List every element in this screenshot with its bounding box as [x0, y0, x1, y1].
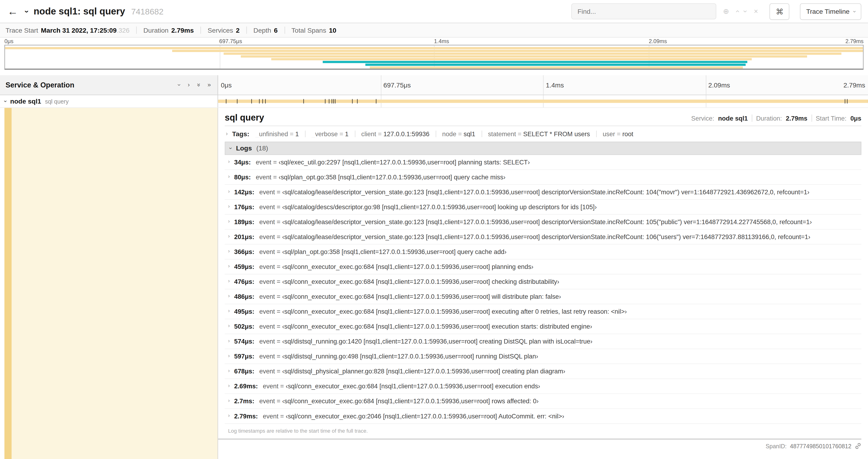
tick-label: 697.75μs [380, 81, 411, 89]
trace-header: ← › node sql1: sql query 7418682 ⊕ › › ×… [0, 0, 868, 23]
log-row[interactable]: ›189μs:event = ‹sql/catalog/lease/descri… [225, 215, 861, 230]
chevron-right-icon: › [228, 294, 229, 299]
service-operation-label: Service & Operation [6, 81, 171, 89]
log-event-tick [847, 99, 847, 104]
span-bar[interactable] [218, 100, 868, 103]
log-row[interactable]: ›597μs:event = ‹sql/distsql_running.go:4… [225, 349, 861, 364]
tags-row[interactable]: › Tags: _unfinished = 1_verbose = 1clien… [225, 130, 861, 138]
service-operation-header: Service & Operation › › » » [0, 75, 218, 95]
log-row[interactable]: ›176μs:event = ‹sql/catalog/descs/descri… [225, 200, 861, 215]
log-timestamp: 189μs: [234, 218, 254, 226]
logs-section: › Logs (18) ›34μs:event = ‹sql/exec_util… [225, 141, 861, 439]
trace-minimap[interactable]: 0μs697.75μs1.4ms2.09ms2.79ms [0, 38, 868, 70]
service-name: node sql1 [10, 97, 41, 105]
span-row[interactable]: › node sql1 sql query [0, 95, 868, 108]
log-event-tick [376, 99, 377, 104]
tag-item: _verbose = 1 [305, 131, 349, 137]
chevron-down-icon: › [228, 147, 234, 149]
log-event-tick [329, 99, 330, 104]
chevron-right-icon: › [228, 159, 229, 164]
logs-header[interactable]: › Logs (18) [225, 141, 861, 155]
chevron-right-icon: › [228, 354, 229, 358]
log-row[interactable]: ›502μs:event = ‹sql/conn_executor_exec.g… [225, 319, 861, 334]
log-row[interactable]: ›459μs:event = ‹sql/conn_executor_exec.g… [225, 260, 861, 274]
log-event-tick [845, 99, 845, 104]
span-row-track[interactable] [218, 95, 868, 107]
log-row[interactable]: ›2.7ms:event = ‹sql/conn_executor_exec.g… [225, 394, 861, 409]
log-message: event = ‹sql/catalog/lease/descriptor_ve… [259, 188, 809, 196]
log-event-tick [226, 99, 226, 104]
locate-icon[interactable]: ⊕ [723, 7, 729, 15]
summary-services: Services 2 [201, 26, 246, 34]
summary-value-fraction: .326 [117, 26, 129, 34]
expand-one-icon[interactable]: › [188, 82, 190, 88]
log-row[interactable]: ›486μs:event = ‹sql/conn_executor_exec.g… [225, 289, 861, 304]
summary-label: Services [208, 26, 233, 34]
summary-trace-start: Trace Start March 31 2022, 17:25:09.326 [6, 26, 136, 34]
trace-view-selector[interactable]: Trace Timeline › [800, 3, 861, 20]
log-row[interactable]: ›2.79ms:event = ‹sql/conn_executor_exec.… [225, 409, 861, 424]
span-detail-meta: Service: node sql1 Duration: 2.79ms Star… [691, 114, 861, 122]
summary-depth: Depth 6 [247, 26, 284, 34]
log-row[interactable]: ›495μs:event = ‹sql/conn_executor_exec.g… [225, 304, 861, 319]
clear-search-icon[interactable]: × [754, 7, 758, 15]
log-timestamp: 486μs: [234, 293, 254, 300]
gutter-margin [0, 108, 4, 459]
summary-value: 2 [236, 26, 240, 34]
tick-label: 2.79ms [845, 38, 864, 44]
trace-collapse-chevron-icon[interactable]: › [23, 10, 31, 12]
timeline-ticks: 0μs697.75μs1.4ms2.09ms2.79ms [218, 75, 868, 95]
log-row[interactable]: ›2.69ms:event = ‹sql/conn_executor_exec.… [225, 379, 861, 394]
back-button[interactable]: ← [4, 5, 21, 18]
minimap-span [322, 61, 747, 63]
span-name-cell[interactable]: › node sql1 sql query [0, 95, 218, 107]
log-message: event = ‹sql/conn_executor_exec.go:684 [… [259, 263, 533, 270]
log-row[interactable]: ›476μs:event = ‹sql/conn_executor_exec.g… [225, 274, 861, 289]
timeline-header: Service & Operation › › » » 0μs697.75μs1… [0, 75, 868, 95]
log-message: event = ‹sql/plan_opt.go:358 [nsql1,clie… [259, 248, 506, 256]
expand-all-icon[interactable]: » [208, 82, 211, 88]
log-row[interactable]: ›574μs:event = ‹sql/distsql_running.go:1… [225, 334, 861, 349]
summary-value: 6 [274, 26, 278, 34]
log-message: event = ‹sql/distsql_physical_planner.go… [259, 367, 565, 375]
log-message: event = ‹sql/conn_executor_exec.go:684 [… [259, 293, 561, 300]
log-event-tick [331, 99, 332, 104]
divider [225, 126, 861, 126]
tick-label: 1.4ms [434, 38, 449, 44]
prev-result-icon[interactable]: › [733, 10, 741, 12]
collapse-all-icon[interactable]: › [177, 84, 183, 86]
collapse-deep-icon[interactable]: » [195, 83, 202, 87]
log-message: event = ‹sql/catalog/lease/descriptor_ve… [259, 218, 812, 226]
minimap-span [365, 64, 745, 66]
summary-label: Total Spans [291, 26, 326, 34]
link-icon[interactable] [855, 443, 861, 449]
log-timestamp: 2.69ms: [234, 382, 258, 390]
log-row[interactable]: ›201μs:event = ‹sql/catalog/lease/descri… [225, 230, 861, 245]
chevron-down-icon[interactable]: › [3, 100, 8, 102]
span-detail-title-row: sql query Service: node sql1 Duration: 2… [225, 113, 861, 123]
log-timestamp: 574μs: [234, 337, 254, 345]
keyboard-shortcuts-button[interactable]: ⌘ [770, 3, 789, 20]
tick-label: 0μs [218, 81, 232, 89]
log-event-tick [303, 99, 304, 104]
log-event-tick [265, 99, 265, 104]
log-row[interactable]: ›34μs:event = ‹sql/exec_util.go:2297 [ns… [225, 155, 861, 170]
minimap-canvas[interactable] [4, 45, 864, 70]
tag-item: user = root [596, 131, 633, 137]
span-color-bar [4, 108, 12, 459]
log-event-tick [262, 99, 262, 104]
tag-item: _unfinished = 1 [255, 131, 299, 137]
log-row[interactable]: ›366μs:event = ‹sql/plan_opt.go:358 [nsq… [225, 245, 861, 260]
summary-value: 10 [329, 26, 337, 34]
find-input[interactable] [571, 3, 717, 19]
tick-label: 697.75μs [219, 38, 242, 44]
next-result-icon[interactable]: › [742, 10, 750, 12]
log-row[interactable]: ›80μs:event = ‹sql/plan_opt.go:358 [nsql… [225, 170, 861, 185]
log-message: event = ‹sql/plan_opt.go:358 [nsql1,clie… [256, 173, 505, 181]
log-row[interactable]: ›678μs:event = ‹sql/distsql_physical_pla… [225, 364, 861, 379]
back-arrow-icon: ← [7, 5, 18, 17]
chevron-right-icon: › [228, 279, 229, 284]
log-row[interactable]: ›142μs:event = ‹sql/catalog/lease/descri… [225, 185, 861, 200]
left-gutter [0, 108, 218, 459]
logs-list: ›34μs:event = ‹sql/exec_util.go:2297 [ns… [225, 155, 861, 424]
